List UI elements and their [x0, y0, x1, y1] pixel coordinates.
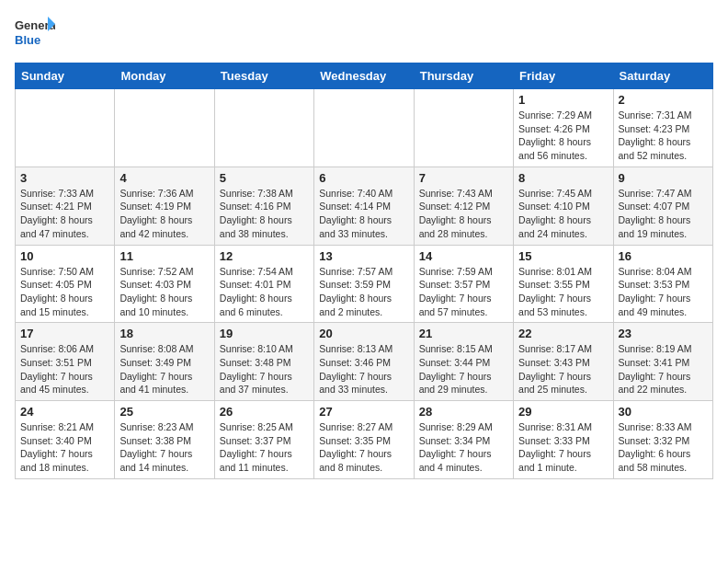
calendar-cell: 18Sunrise: 8:08 AM Sunset: 3:49 PM Dayli…: [115, 323, 214, 401]
day-info: Sunrise: 8:21 AM Sunset: 3:40 PM Dayligh…: [20, 420, 109, 475]
day-info: Sunrise: 7:54 AM Sunset: 4:01 PM Dayligh…: [220, 265, 309, 319]
calendar-cell: [16, 89, 115, 167]
calendar-cell: [214, 89, 313, 167]
day-number: 30: [619, 405, 708, 419]
day-number: 14: [419, 249, 508, 263]
day-number: 22: [518, 327, 608, 340]
day-info: Sunrise: 8:08 AM Sunset: 3:49 PM Dayligh…: [119, 342, 209, 396]
calendar-cell: 29Sunrise: 8:31 AM Sunset: 3:33 PM Dayli…: [514, 401, 613, 479]
calendar-cell: 10Sunrise: 7:50 AM Sunset: 4:05 PM Dayli…: [16, 245, 115, 323]
day-header-friday: Friday: [514, 63, 613, 89]
day-info: Sunrise: 8:04 AM Sunset: 3:53 PM Dayligh…: [619, 265, 708, 319]
day-number: 1: [518, 93, 608, 107]
calendar-week-3: 10Sunrise: 7:50 AM Sunset: 4:05 PM Dayli…: [16, 245, 713, 323]
calendar-cell: 28Sunrise: 8:29 AM Sunset: 3:34 PM Dayli…: [414, 401, 513, 479]
calendar-cell: 5Sunrise: 7:38 AM Sunset: 4:16 PM Daylig…: [214, 167, 313, 245]
day-info: Sunrise: 7:43 AM Sunset: 4:12 PM Dayligh…: [419, 187, 508, 241]
day-number: 4: [119, 171, 209, 185]
day-header-saturday: Saturday: [613, 63, 712, 89]
day-number: 29: [518, 405, 608, 419]
day-number: 15: [518, 249, 608, 263]
calendar-table: SundayMondayTuesdayWednesdayThursdayFrid…: [15, 63, 713, 479]
calendar-week-2: 3Sunrise: 7:33 AM Sunset: 4:21 PM Daylig…: [16, 167, 713, 245]
day-number: 8: [518, 171, 608, 185]
calendar-cell: 25Sunrise: 8:23 AM Sunset: 3:38 PM Dayli…: [115, 401, 214, 479]
day-info: Sunrise: 7:47 AM Sunset: 4:07 PM Dayligh…: [619, 187, 708, 241]
day-number: 25: [119, 405, 209, 419]
day-info: Sunrise: 8:27 AM Sunset: 3:35 PM Dayligh…: [319, 420, 408, 475]
day-number: 19: [220, 327, 309, 340]
day-number: 17: [20, 327, 109, 340]
day-info: Sunrise: 7:57 AM Sunset: 3:59 PM Dayligh…: [319, 265, 408, 319]
day-header-tuesday: Tuesday: [214, 63, 313, 89]
logo-svg: General Blue: [15, 15, 55, 52]
calendar-cell: 1Sunrise: 7:29 AM Sunset: 4:26 PM Daylig…: [514, 89, 613, 167]
day-header-thursday: Thursday: [414, 63, 513, 89]
calendar-cell: 17Sunrise: 8:06 AM Sunset: 3:51 PM Dayli…: [16, 323, 115, 401]
day-info: Sunrise: 7:59 AM Sunset: 3:57 PM Dayligh…: [419, 265, 508, 319]
calendar-week-5: 24Sunrise: 8:21 AM Sunset: 3:40 PM Dayli…: [16, 401, 713, 479]
day-number: 3: [20, 171, 109, 185]
calendar-cell: 27Sunrise: 8:27 AM Sunset: 3:35 PM Dayli…: [314, 401, 414, 479]
calendar-cell: 15Sunrise: 8:01 AM Sunset: 3:55 PM Dayli…: [514, 245, 613, 323]
calendar-cell: 8Sunrise: 7:45 AM Sunset: 4:10 PM Daylig…: [514, 167, 613, 245]
day-number: 10: [20, 249, 109, 263]
day-info: Sunrise: 7:29 AM Sunset: 4:26 PM Dayligh…: [518, 109, 608, 163]
day-info: Sunrise: 7:45 AM Sunset: 4:10 PM Dayligh…: [518, 187, 608, 241]
calendar-cell: 19Sunrise: 8:10 AM Sunset: 3:48 PM Dayli…: [214, 323, 313, 401]
calendar-cell: 2Sunrise: 7:31 AM Sunset: 4:23 PM Daylig…: [613, 89, 712, 167]
calendar-header-row: SundayMondayTuesdayWednesdayThursdayFrid…: [16, 63, 713, 89]
day-info: Sunrise: 8:10 AM Sunset: 3:48 PM Dayligh…: [220, 342, 309, 396]
day-number: 6: [319, 171, 408, 185]
day-number: 26: [220, 405, 309, 419]
calendar-cell: 3Sunrise: 7:33 AM Sunset: 4:21 PM Daylig…: [16, 167, 115, 245]
day-header-monday: Monday: [115, 63, 214, 89]
page-header: General Blue: [15, 15, 713, 52]
calendar-cell: 20Sunrise: 8:13 AM Sunset: 3:46 PM Dayli…: [314, 323, 414, 401]
day-number: 16: [619, 249, 708, 263]
day-info: Sunrise: 7:36 AM Sunset: 4:19 PM Dayligh…: [119, 187, 209, 241]
calendar-cell: 23Sunrise: 8:19 AM Sunset: 3:41 PM Dayli…: [613, 323, 712, 401]
calendar-cell: 12Sunrise: 7:54 AM Sunset: 4:01 PM Dayli…: [214, 245, 313, 323]
day-info: Sunrise: 7:33 AM Sunset: 4:21 PM Dayligh…: [20, 187, 109, 241]
day-number: 13: [319, 249, 408, 263]
day-number: 28: [419, 405, 508, 419]
day-number: 23: [619, 327, 708, 340]
day-info: Sunrise: 8:15 AM Sunset: 3:44 PM Dayligh…: [419, 342, 508, 396]
calendar-week-4: 17Sunrise: 8:06 AM Sunset: 3:51 PM Dayli…: [16, 323, 713, 401]
day-number: 24: [20, 405, 109, 419]
day-info: Sunrise: 8:06 AM Sunset: 3:51 PM Dayligh…: [20, 342, 109, 396]
day-header-sunday: Sunday: [16, 63, 115, 89]
day-info: Sunrise: 8:13 AM Sunset: 3:46 PM Dayligh…: [319, 342, 408, 396]
day-info: Sunrise: 8:33 AM Sunset: 3:32 PM Dayligh…: [619, 420, 708, 475]
day-header-wednesday: Wednesday: [314, 63, 414, 89]
day-info: Sunrise: 7:50 AM Sunset: 4:05 PM Dayligh…: [20, 265, 109, 319]
calendar-cell: 11Sunrise: 7:52 AM Sunset: 4:03 PM Dayli…: [115, 245, 214, 323]
calendar-cell: 16Sunrise: 8:04 AM Sunset: 3:53 PM Dayli…: [613, 245, 712, 323]
day-number: 20: [319, 327, 408, 340]
calendar-cell: 13Sunrise: 7:57 AM Sunset: 3:59 PM Dayli…: [314, 245, 414, 323]
calendar-cell: 4Sunrise: 7:36 AM Sunset: 4:19 PM Daylig…: [115, 167, 214, 245]
day-info: Sunrise: 8:31 AM Sunset: 3:33 PM Dayligh…: [518, 420, 608, 475]
day-info: Sunrise: 8:29 AM Sunset: 3:34 PM Dayligh…: [419, 420, 508, 475]
calendar-cell: 9Sunrise: 7:47 AM Sunset: 4:07 PM Daylig…: [613, 167, 712, 245]
day-info: Sunrise: 8:19 AM Sunset: 3:41 PM Dayligh…: [619, 342, 708, 396]
calendar-cell: [115, 89, 214, 167]
day-number: 2: [619, 93, 708, 107]
calendar-cell: 7Sunrise: 7:43 AM Sunset: 4:12 PM Daylig…: [414, 167, 513, 245]
day-info: Sunrise: 7:52 AM Sunset: 4:03 PM Dayligh…: [119, 265, 209, 319]
day-info: Sunrise: 8:23 AM Sunset: 3:38 PM Dayligh…: [119, 420, 209, 475]
calendar-cell: 24Sunrise: 8:21 AM Sunset: 3:40 PM Dayli…: [16, 401, 115, 479]
calendar-cell: [414, 89, 513, 167]
calendar-cell: 22Sunrise: 8:17 AM Sunset: 3:43 PM Dayli…: [514, 323, 613, 401]
day-info: Sunrise: 7:31 AM Sunset: 4:23 PM Dayligh…: [619, 109, 708, 163]
calendar-cell: [314, 89, 414, 167]
day-number: 5: [220, 171, 309, 185]
calendar-cell: 14Sunrise: 7:59 AM Sunset: 3:57 PM Dayli…: [414, 245, 513, 323]
day-info: Sunrise: 8:25 AM Sunset: 3:37 PM Dayligh…: [220, 420, 309, 475]
day-info: Sunrise: 7:38 AM Sunset: 4:16 PM Dayligh…: [220, 187, 309, 241]
day-number: 21: [419, 327, 508, 340]
calendar-cell: 21Sunrise: 8:15 AM Sunset: 3:44 PM Dayli…: [414, 323, 513, 401]
day-number: 27: [319, 405, 408, 419]
calendar-week-1: 1Sunrise: 7:29 AM Sunset: 4:26 PM Daylig…: [16, 89, 713, 167]
